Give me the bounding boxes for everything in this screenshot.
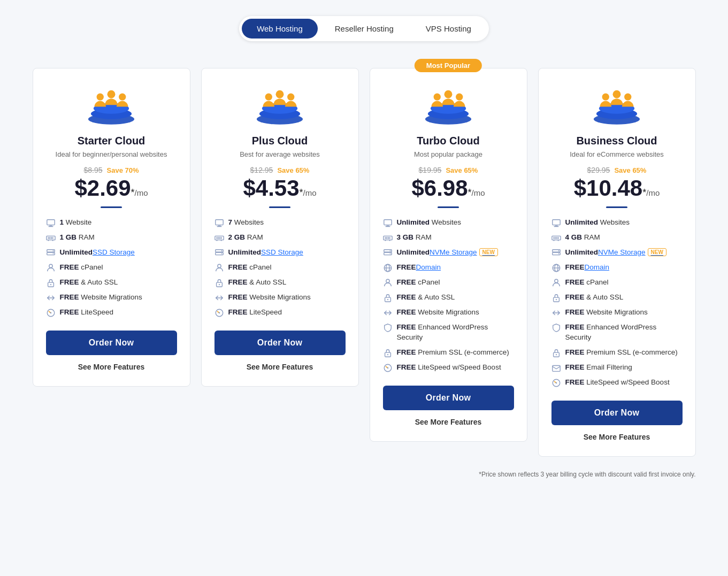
svg-point-85 (624, 94, 631, 101)
svg-rect-63 (389, 237, 390, 239)
order-now-button[interactable]: Order Now (46, 331, 177, 355)
feature-text: FREE & Auto SSL (60, 278, 118, 288)
feature-item: 7 Websites (214, 218, 346, 228)
price-divider (438, 206, 459, 208)
see-more-features-link[interactable]: See More Features (46, 363, 177, 371)
feature-text: 3 GB RAM (397, 233, 432, 243)
feat-highlight: FREE (565, 348, 585, 356)
svg-rect-92 (556, 237, 557, 239)
feat-highlight: FREE (228, 308, 248, 316)
pricing-row: $8.95 Save 70% (46, 166, 177, 174)
svg-point-105 (555, 299, 556, 300)
feat-link[interactable]: NVMe StorageNEW (430, 248, 498, 256)
see-more-features-link[interactable]: See More Features (214, 363, 346, 371)
new-badge: NEW (479, 248, 498, 256)
feat-highlight: Unlimited (565, 248, 599, 256)
feat-highlight: FREE (397, 263, 416, 271)
feat-link[interactable]: Domain (585, 263, 610, 271)
svg-rect-57 (386, 226, 389, 226)
svg-rect-14 (48, 240, 49, 241)
feature-item: FREE cPanel (383, 278, 514, 288)
see-more-features-link[interactable]: See More Features (551, 433, 683, 441)
feat-highlight: Unlimited (565, 218, 599, 226)
tab-reseller-hosting[interactable]: Reseller Hosting (320, 19, 409, 39)
feat-highlight: FREE (228, 293, 248, 301)
svg-point-4 (108, 90, 116, 98)
feature-item: FREE Enhanced WordPress Security (383, 322, 514, 343)
svg-rect-93 (557, 237, 558, 239)
feat-highlight: 3 GB (397, 233, 414, 241)
order-now-button[interactable]: Order Now (551, 401, 683, 425)
order-now-button[interactable]: Order Now (214, 331, 346, 355)
feature-text: UnlimitedNVMe StorageNEW (397, 248, 498, 258)
feat-highlight: FREE (565, 363, 585, 371)
order-now-button[interactable]: Order Now (383, 386, 514, 410)
svg-rect-61 (386, 237, 387, 239)
plan-name: Turbo Cloud (383, 135, 514, 147)
feature-item: FREE & Auto SSL (46, 278, 177, 288)
svg-point-98 (558, 250, 559, 251)
svg-rect-13 (52, 237, 53, 239)
svg-point-29 (276, 90, 284, 98)
feature-text: FREE Website Migrations (228, 293, 311, 303)
tab-container: Web Hosting Reseller Hosting VPS Hosting (239, 16, 489, 41)
feature-item: FREE cPanel (214, 263, 346, 273)
feature-text: Unlimited Websites (397, 218, 462, 228)
feature-item: FREE LiteSpeed w/Speed Boost (551, 378, 683, 388)
svg-rect-94 (553, 240, 554, 241)
feat-highlight: 2 GB (228, 233, 246, 241)
feat-link[interactable]: SSD Storage (93, 248, 135, 256)
tab-vps-hosting[interactable]: VPS Hosting (411, 19, 486, 39)
svg-point-103 (554, 279, 557, 282)
svg-rect-86 (552, 220, 560, 225)
svg-rect-36 (218, 237, 219, 239)
svg-point-24 (50, 312, 51, 314)
feat-link[interactable]: NVMe StorageNEW (598, 248, 666, 256)
feat-link[interactable]: SSD Storage (261, 248, 303, 256)
price-mo: /mo (135, 188, 148, 197)
feature-item: FREE Premium SSL (e-commerce) (551, 348, 683, 358)
price-amount: $4.53 (243, 175, 299, 201)
plan-card-turbo: Most Popular Turbo Cloud Most popular pa… (370, 68, 527, 442)
plan-tagline: Ideal for beginner/personal websites (46, 150, 177, 158)
features-list: 1 Website 1 GB RAM UnlimitedSSD Storage … (46, 218, 177, 318)
svg-point-43 (221, 250, 222, 251)
svg-point-45 (217, 264, 220, 267)
feature-text: FREEDomain (565, 263, 610, 273)
feat-highlight: 7 (228, 218, 233, 226)
feature-text: FREE LiteSpeed w/Speed Boost (565, 378, 670, 388)
feat-highlight: FREE (60, 278, 79, 286)
svg-point-53 (434, 94, 441, 101)
feature-text: FREE Enhanced WordPress Security (565, 322, 683, 343)
feat-highlight: FREE (397, 348, 416, 356)
popular-badge: Most Popular (415, 59, 482, 72)
price-divider (101, 206, 122, 208)
feat-highlight: FREE (397, 363, 416, 371)
feature-text: FREE cPanel (60, 263, 103, 273)
feat-highlight: FREE (397, 308, 416, 316)
feat-highlight: FREE (565, 293, 585, 301)
svg-rect-58 (385, 226, 390, 227)
feature-item: FREE & Auto SSL (551, 293, 683, 303)
tab-bar: Web Hosting Reseller Hosting VPS Hosting (11, 16, 717, 41)
feature-item: FREE LiteSpeed (46, 308, 177, 318)
price-amount: $10.48 (574, 175, 642, 201)
feature-text: UnlimitedNVMe StorageNEW (565, 248, 666, 258)
feat-highlight: 4 GB (565, 233, 583, 241)
price-amount: $6.98 (411, 175, 468, 201)
tab-web-hosting[interactable]: Web Hosting (242, 19, 318, 39)
feature-item: 4 GB RAM (551, 233, 683, 243)
price-mo: /mo (303, 188, 317, 197)
svg-rect-91 (555, 237, 556, 239)
svg-rect-10 (48, 237, 49, 239)
feature-item: FREE Website Migrations (214, 293, 346, 303)
svg-rect-15 (52, 240, 53, 241)
feature-item: FREE Website Migrations (46, 293, 177, 303)
svg-point-20 (49, 264, 52, 267)
main-price: $10.48*/mo (551, 175, 683, 201)
see-more-features-link[interactable]: See More Features (383, 418, 514, 426)
feat-highlight: 1 GB (60, 233, 77, 241)
feat-link[interactable]: Domain (416, 263, 441, 271)
feature-item: FREE Enhanced WordPress Security (551, 322, 683, 343)
feat-highlight: FREE (397, 293, 416, 301)
